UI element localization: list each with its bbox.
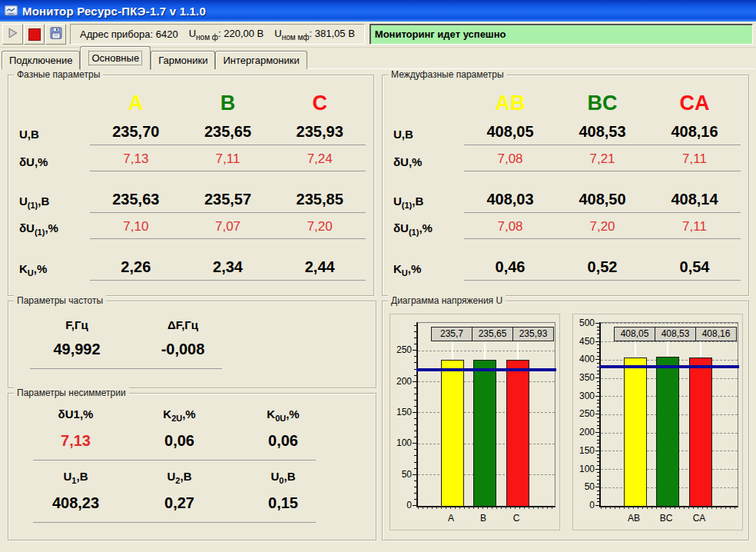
tab-connection[interactable]: Подключение bbox=[2, 51, 80, 69]
y-minor-tick bbox=[597, 381, 599, 382]
device-info-panel: Адрес прибора: 6420 Uном ф: 220,00 В Uно… bbox=[70, 24, 365, 45]
fa-param-value: 7,13 bbox=[24, 432, 128, 450]
bar-b bbox=[473, 360, 496, 506]
param-value: 235,93 bbox=[274, 123, 366, 141]
value-label-box: 235,65 bbox=[472, 327, 513, 341]
y-minor-tick bbox=[597, 363, 599, 364]
param-value: 7,20 bbox=[556, 219, 648, 234]
fa-param-name: F,Гц bbox=[24, 318, 130, 331]
y-minor-tick bbox=[414, 325, 416, 326]
grid-line bbox=[601, 323, 738, 324]
param-label-unit: ,В bbox=[38, 195, 49, 208]
value-label-row: 235,7235,65235,93 bbox=[432, 327, 554, 341]
param-label-text: K bbox=[267, 407, 275, 421]
column-header-bc: BC bbox=[556, 91, 648, 115]
x-tick-label: CA bbox=[688, 513, 711, 524]
fa-value-row: 7,130,060,06 bbox=[24, 423, 376, 450]
fa-value-cell: -0,008 bbox=[130, 331, 236, 358]
param-label-text: K bbox=[19, 262, 28, 275]
y-minor-tick bbox=[597, 417, 599, 418]
y-minor-tick bbox=[597, 436, 599, 437]
voltage-chart-interphase: 408,05408,53408,160501001502002503003504… bbox=[572, 314, 743, 530]
y-minor-tick bbox=[414, 437, 416, 437]
fa-value-cell: 7,13 bbox=[24, 423, 128, 450]
unom-phase-label: Uном ф: 220,00 В bbox=[189, 28, 264, 42]
value-callout-line bbox=[635, 341, 636, 357]
column-header-b: B bbox=[182, 91, 274, 115]
param-label-unit: ,В bbox=[284, 470, 295, 483]
y-minor-tick bbox=[414, 331, 416, 332]
y-minor-tick bbox=[414, 406, 416, 407]
param-label-unit: ,В bbox=[76, 470, 88, 483]
nominal-voltage-line bbox=[599, 365, 739, 368]
param-row: KU,%0,460,520,54 bbox=[393, 258, 741, 281]
fa-header-cell: F,Гц bbox=[24, 318, 130, 331]
y-minor-tick bbox=[597, 498, 599, 499]
param-label-text: δU bbox=[19, 221, 35, 234]
tab-harmonics[interactable]: Гармоники bbox=[151, 51, 215, 69]
y-minor-tick bbox=[597, 447, 599, 447]
param-row: U,В235,70235,65235,93 bbox=[19, 123, 366, 145]
tab-main[interactable]: Основные bbox=[80, 46, 151, 70]
group-title: Параметры частоты bbox=[14, 295, 106, 306]
fa-param-value: -0,008 bbox=[130, 341, 236, 358]
start-monitoring-button[interactable] bbox=[2, 24, 23, 45]
stop-icon bbox=[28, 28, 41, 41]
param-value: 235,70 bbox=[90, 123, 182, 141]
param-value: 2,44 bbox=[274, 258, 366, 276]
param-value: 7,24 bbox=[274, 151, 366, 167]
y-tick-mark bbox=[595, 414, 599, 414]
param-value: 7,10 bbox=[90, 219, 182, 234]
param-value: 408,03 bbox=[464, 191, 556, 208]
titlebar[interactable]: Монитор Ресурс-ПКЭ-1.7 v 1.1.0 bbox=[0, 0, 756, 22]
y-minor-tick bbox=[414, 487, 416, 487]
interphase-params-table: ABBCCAU,В408,05408,53408,16δU,%7,087,217… bbox=[383, 75, 748, 281]
y-minor-tick bbox=[597, 392, 599, 393]
y-tick-mark bbox=[595, 432, 599, 433]
voltage-diagrams: 235,7235,65235,93050100150200250ABC 408,… bbox=[383, 301, 748, 530]
asymmetry-table: δU1,%K2U,%K0U,%7,130,060,06U1,ВU2,ВU0,В4… bbox=[8, 394, 376, 523]
fa-header-cell: U1,В bbox=[24, 470, 128, 485]
separator-line bbox=[33, 522, 316, 523]
toolbar: Адрес прибора: 6420 Uном ф: 220,00 В Uно… bbox=[0, 22, 756, 48]
group-title: Диаграмма напряжения U bbox=[388, 295, 506, 306]
y-tick-mark bbox=[595, 505, 599, 506]
y-minor-tick bbox=[597, 374, 599, 374]
y-tick-mark bbox=[595, 487, 599, 487]
param-value: 2,26 bbox=[90, 258, 182, 276]
param-label-unit: ,В bbox=[402, 128, 413, 141]
stop-monitoring-button[interactable] bbox=[24, 24, 45, 45]
y-tick-label: 200 bbox=[573, 427, 595, 437]
param-value: 7,21 bbox=[556, 151, 648, 167]
y-minor-tick bbox=[597, 472, 599, 473]
group-title: Параметры несимметрии bbox=[14, 387, 129, 398]
param-row: δU,%7,087,217,11 bbox=[393, 151, 741, 171]
fa-value-cell: 0,06 bbox=[231, 423, 335, 450]
y-tick-mark bbox=[413, 412, 416, 413]
y-minor-tick bbox=[414, 356, 416, 357]
y-minor-tick bbox=[597, 352, 599, 353]
param-row-label: KU,% bbox=[19, 262, 90, 278]
save-button[interactable] bbox=[45, 24, 66, 45]
x-axis-ticks bbox=[418, 507, 555, 509]
column-header-row: ABBCCA bbox=[393, 91, 741, 115]
param-row-values: 2,262,342,44 bbox=[90, 258, 366, 281]
fa-header-row: δU1,%K2U,%K0U,% bbox=[24, 407, 376, 423]
param-label-unit: ,% bbox=[408, 262, 422, 275]
param-label-text: δU bbox=[19, 155, 35, 168]
group-title: Междуфазные параметры bbox=[388, 69, 507, 80]
param-row: U(1),В408,03408,50408,14 bbox=[393, 191, 741, 213]
fa-param-value: 0,06 bbox=[231, 432, 335, 450]
param-row-label: δU,% bbox=[393, 155, 464, 168]
tab-interharmonics[interactable]: Интергармоники bbox=[215, 51, 307, 69]
voltage-chart-phase: 235,7235,65235,93050100150200250ABC bbox=[390, 314, 560, 530]
param-row: δU(1),%7,107,077,20 bbox=[19, 219, 366, 239]
param-row-values: 235,63235,57235,85 bbox=[90, 191, 366, 213]
bar-a bbox=[441, 360, 464, 506]
y-tick-mark bbox=[413, 381, 416, 382]
y-minor-tick bbox=[597, 501, 599, 502]
y-minor-tick bbox=[597, 421, 599, 422]
param-row: U(1),В235,63235,57235,85 bbox=[19, 191, 366, 213]
param-row-label: U,В bbox=[19, 128, 90, 141]
y-tick-mark bbox=[413, 505, 416, 506]
